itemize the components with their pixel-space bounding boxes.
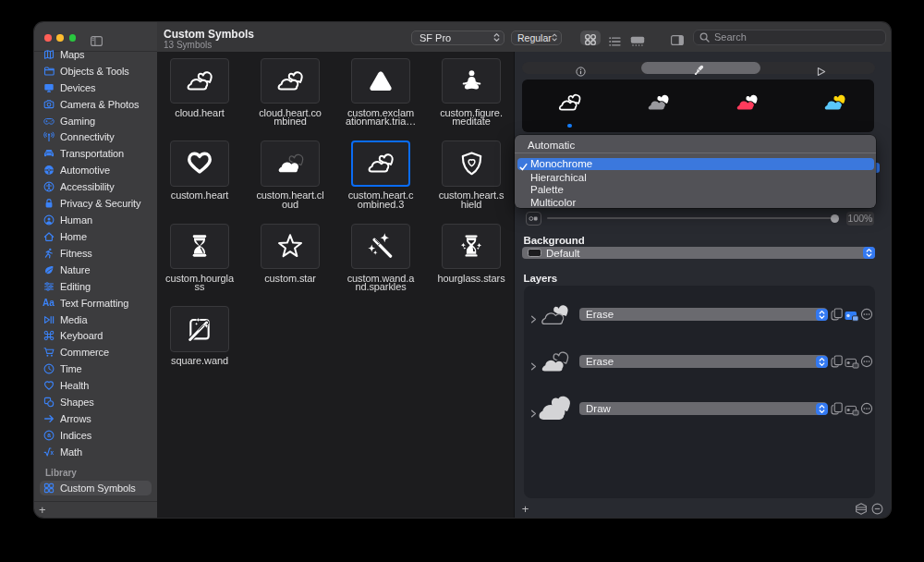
svg-text:x: x <box>50 449 54 456</box>
svg-text:a: a <box>47 432 51 438</box>
